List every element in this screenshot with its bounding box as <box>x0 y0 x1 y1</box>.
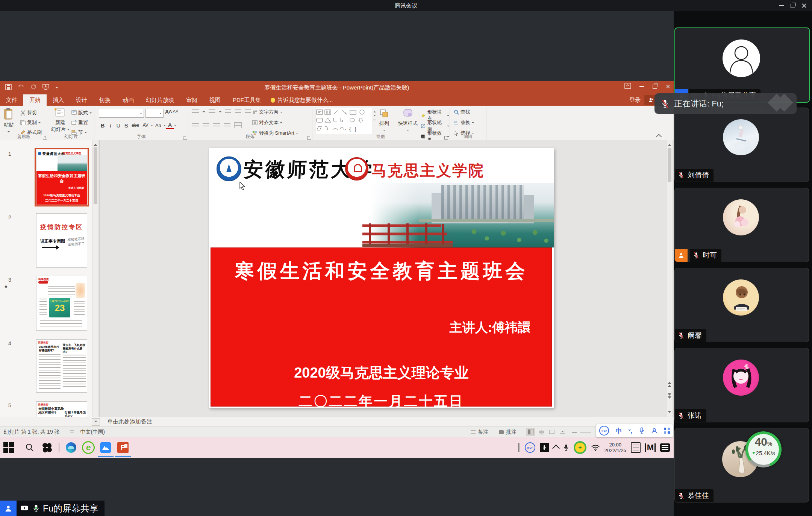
collapse-ribbon-icon[interactable] <box>657 135 661 139</box>
ppt-restore-icon[interactable] <box>653 85 657 89</box>
find-button[interactable]: 查找 <box>454 109 470 115</box>
tab-file[interactable]: 文件 <box>0 94 23 106</box>
canvas-scroll-thumb[interactable] <box>668 148 671 182</box>
italic-button[interactable]: I <box>107 122 114 129</box>
close-button[interactable] <box>798 1 810 11</box>
participant-tile-kanxin[interactable]: 阚馨 <box>674 268 809 342</box>
reading-view-button[interactable] <box>547 428 556 436</box>
replace-button[interactable]: ab 替换 <box>454 119 474 126</box>
ime-grid-icon[interactable] <box>664 428 670 434</box>
drawing-dialog-launcher[interactable] <box>444 136 448 140</box>
bullets-button[interactable] <box>192 109 199 114</box>
tab-home[interactable]: 开始 <box>23 94 47 106</box>
tab-slideshow[interactable]: 幻灯片放映 <box>140 94 180 106</box>
tray-360-icon[interactable]: + <box>574 441 586 454</box>
font-size-combobox[interactable] <box>145 109 164 118</box>
slide-thumbnail-4[interactable]: 防疫出行 2022年春节出行有哪些要求? 乘火车、飞机对核酸检测有什么要求? <box>36 339 87 393</box>
decrease-indent-icon[interactable] <box>225 109 231 114</box>
char-spacing-button[interactable]: AV <box>141 123 150 128</box>
tray-wifi-icon[interactable] <box>591 444 600 451</box>
slide-sorter-view-button[interactable] <box>537 428 546 436</box>
font-name-combobox[interactable] <box>99 109 144 118</box>
ime-mic-icon[interactable] <box>639 427 645 434</box>
tab-review[interactable]: 审阅 <box>180 94 203 106</box>
new-slide-button[interactable]: 新建 幻灯片 <box>50 108 70 133</box>
shrink-font-icon[interactable]: A˅ <box>173 109 178 114</box>
tab-insert[interactable]: 插入 <box>47 94 70 106</box>
ime-toolbar[interactable]: iFLY 中 °, <box>596 424 673 437</box>
clipboard-dialog-launcher[interactable] <box>43 136 47 140</box>
participant-tile-mujiajia[interactable]: 40% 25.4K/s 慕佳佳 <box>674 428 809 502</box>
slideshow-view-button[interactable] <box>558 428 567 436</box>
search-button[interactable] <box>21 438 38 457</box>
participant-tile-shike[interactable]: 时可 <box>674 188 809 262</box>
paragraph-dialog-launcher[interactable] <box>307 136 311 140</box>
ribbon-display-icon[interactable] <box>624 83 631 90</box>
tab-pdf-tools[interactable]: PDF工具集 <box>227 94 267 106</box>
grow-font-icon[interactable]: A˄ <box>165 109 172 115</box>
cut-button[interactable]: 剪切 <box>20 109 37 116</box>
thumbnail-scroll-down-button[interactable] <box>92 418 100 426</box>
numbering-button[interactable] <box>209 109 215 114</box>
restore-button[interactable] <box>787 1 798 11</box>
text-direction-button[interactable]: 文字方向 <box>252 109 282 115</box>
tab-animations[interactable]: 动画 <box>117 94 140 106</box>
thumbnail-scrollbar[interactable] <box>92 140 99 417</box>
start-button[interactable] <box>0 438 17 457</box>
normal-view-button[interactable] <box>526 428 535 436</box>
ime-language-toggle[interactable]: 中 <box>615 426 622 435</box>
previous-slide-button[interactable] <box>667 380 673 387</box>
tray-expand-chevron[interactable] <box>552 445 560 452</box>
powerpoint-taskbar-icon[interactable]: P <box>114 438 132 457</box>
minimize-button[interactable] <box>776 1 787 11</box>
shape-gallery[interactable]: { } <box>315 108 372 134</box>
tray-ifly-icon[interactable]: iFLY <box>525 442 535 453</box>
tray-notes-icon[interactable] <box>631 442 641 453</box>
tab-transitions[interactable]: 切换 <box>93 94 117 106</box>
scroll-down-arrow[interactable] <box>668 411 671 415</box>
canvas-scrollbar[interactable] <box>666 140 673 417</box>
tray-mic-icon[interactable] <box>540 443 549 452</box>
font-dialog-launcher[interactable] <box>183 136 187 140</box>
slide-thumbnail-1[interactable]: 安徽师范大学 马克思主义学院 寒假生活和安全教育主题班会 主讲人:傅祎譞 202… <box>36 150 87 205</box>
edge-browser-icon[interactable] <box>62 438 80 457</box>
tray-ime-mode-icon[interactable]: M <box>645 443 656 452</box>
zoom-slider[interactable] <box>580 432 591 433</box>
underline-button[interactable]: U <box>115 122 122 129</box>
align-center-icon[interactable] <box>203 123 209 127</box>
pinned-app-icon[interactable] <box>38 438 56 457</box>
thumbnail-scroll-thumb[interactable] <box>94 147 97 204</box>
next-slide-button[interactable] <box>667 393 673 401</box>
ppt-minimize-icon[interactable] <box>639 86 644 87</box>
zoom-out-button[interactable] <box>572 432 577 433</box>
align-text-button[interactable]: 对齐文本 <box>252 119 282 126</box>
tell-me-box[interactable]: 告诉我您想要做什么... <box>267 97 337 104</box>
slide-thumbnail-3[interactable]: 科学防疫 1月21日0—24时 23 <box>36 276 87 331</box>
reset-button[interactable]: 重置 <box>71 119 88 126</box>
participant-tile-fu[interactable]: Fu的屏幕共享 <box>674 27 810 103</box>
ppt-close-icon[interactable] <box>665 84 671 89</box>
align-left-icon[interactable] <box>192 123 199 127</box>
ie-browser-icon[interactable]: e <box>80 438 97 457</box>
notification-center-icon[interactable] <box>660 443 670 452</box>
increase-indent-icon[interactable] <box>235 109 241 114</box>
copy-button[interactable]: 复制 <box>20 119 41 126</box>
ime-user-icon[interactable] <box>651 428 657 434</box>
participant-tile-liuqianqian[interactable]: 刘倩倩 <box>674 108 809 182</box>
align-right-icon[interactable] <box>213 123 220 127</box>
tray-mic2-icon[interactable] <box>563 443 569 452</box>
notes-placeholder[interactable]: 单击此处添加备注 <box>107 418 152 425</box>
font-color-button[interactable]: A <box>166 121 174 129</box>
tab-view[interactable]: 视图 <box>203 94 227 106</box>
layout-button[interactable]: 版式 <box>71 109 92 116</box>
paste-button[interactable]: 粘贴 <box>4 108 14 135</box>
spellcheck-icon[interactable] <box>69 429 75 435</box>
tencent-meeting-taskbar-icon[interactable] <box>97 438 114 457</box>
columns-icon[interactable] <box>234 122 242 128</box>
ime-logo-icon[interactable]: iFLY <box>599 426 609 436</box>
justify-icon[interactable] <box>224 123 230 127</box>
ime-punctuation-toggle[interactable]: °, <box>628 428 632 434</box>
slide-thumbnail-5[interactable]: 防疫出行 全国最新中高风险地区有哪些? 行程卡带星号怎么办? <box>36 401 87 417</box>
change-case-button[interactable]: Aa <box>153 123 163 128</box>
quick-styles-button[interactable]: 快速样式 <box>398 109 418 134</box>
